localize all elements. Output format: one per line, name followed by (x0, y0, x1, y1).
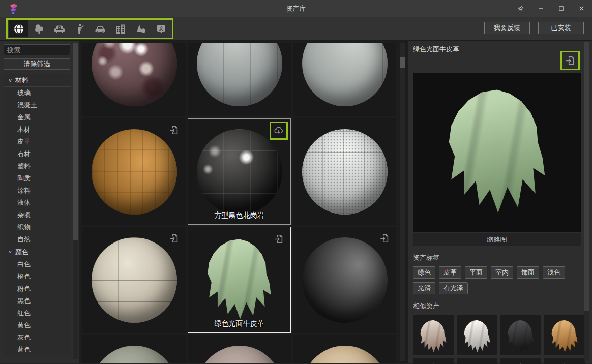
sidebar-item[interactable]: 陶质 (4, 172, 71, 185)
sidebar-item[interactable]: 织物 (4, 221, 71, 233)
sidebar-item[interactable]: 木材 (4, 124, 71, 136)
asset-tile[interactable] (82, 118, 186, 225)
sidebar-item[interactable]: 自然 (4, 233, 71, 246)
tab-shapes[interactable] (131, 20, 150, 37)
import-asset-button[interactable] (166, 231, 182, 246)
similar-asset-tile[interactable] (457, 315, 497, 355)
asset-tag[interactable]: 室内 (491, 266, 513, 279)
clear-filter-button[interactable]: 清除筛选 (4, 58, 70, 70)
material-sphere (302, 346, 388, 363)
grid-scrollbar-thumb[interactable] (400, 57, 405, 68)
material-drape (201, 238, 278, 322)
feedback-button[interactable]: 我要反馈 (484, 22, 530, 34)
installed-button[interactable]: 已安装 (538, 22, 584, 34)
sidebar-scrollbar[interactable] (73, 43, 78, 359)
asset-tile[interactable] (188, 335, 291, 363)
sidebar-item[interactable]: 灰色 (4, 331, 71, 344)
asset-tile[interactable] (82, 43, 186, 116)
similar-asset-tile[interactable] (413, 315, 454, 355)
asset-tag[interactable]: 浅色 (543, 266, 565, 279)
similar-asset-tile[interactable] (544, 358, 585, 364)
tab-characters[interactable] (70, 20, 89, 37)
detail-scrollbar-thumb[interactable] (584, 42, 589, 311)
asset-tile[interactable]: 绿色光面牛皮革 (188, 227, 291, 333)
sidebar-item[interactable]: 红色 (4, 307, 71, 319)
asset-tile[interactable] (188, 43, 291, 116)
tab-vegetation[interactable] (29, 20, 48, 37)
similar-asset-tile[interactable] (413, 358, 454, 364)
asset-tile[interactable] (293, 227, 396, 333)
asset-tag[interactable]: 饰面 (517, 266, 539, 279)
import-asset-button[interactable] (166, 123, 182, 138)
tab-decals[interactable] (152, 20, 170, 37)
thumbnail-tab[interactable]: 缩略图 (413, 233, 581, 246)
sidebar-item[interactable]: 粉色 (4, 283, 71, 295)
asset-tag[interactable]: 绿色 (413, 266, 435, 279)
sidebar-item[interactable]: 塑料 (4, 160, 71, 172)
similar-asset-tile[interactable] (500, 315, 541, 355)
pin-button[interactable] (515, 3, 526, 14)
detail-title: 绿色光面牛皮革 (413, 45, 581, 54)
sidebar-item[interactable]: 涂料 (4, 185, 71, 197)
sidebar-item[interactable]: 金属 (4, 111, 71, 124)
similar-asset-tile[interactable] (500, 358, 541, 364)
material-drape (505, 320, 537, 353)
import-asset-button[interactable] (271, 231, 286, 247)
asset-tags: 绿色皮革平面室内饰面浅色光滑有光泽 (413, 266, 581, 294)
maximize-button[interactable] (555, 3, 567, 14)
search-input[interactable] (4, 44, 70, 55)
minimize-button[interactable] (535, 3, 546, 14)
tab-materials[interactable] (9, 20, 28, 37)
section-header[interactable]: ∨颜色 (4, 246, 71, 258)
sidebar-item[interactable]: 白色 (4, 258, 71, 270)
sidebar-item[interactable]: 液体 (4, 197, 71, 209)
sidebar-item[interactable]: 混凝土 (4, 99, 71, 111)
detail-scrollbar[interactable] (584, 42, 589, 361)
grid-scrollbar[interactable] (400, 43, 405, 361)
sidebar-item[interactable]: 橙色 (4, 270, 71, 283)
import-icon (273, 233, 284, 245)
asset-tag[interactable]: 光滑 (413, 282, 435, 294)
title-bar[interactable]: 资产库 (0, 0, 592, 17)
toolbar-actions: 我要反馈 已安装 (484, 22, 584, 34)
section-header-label: 材料 (15, 76, 28, 85)
specular-highlight (197, 129, 282, 215)
asset-tile-label: 绿色光面牛皮革 (188, 319, 290, 328)
tab-vehicles[interactable] (91, 20, 109, 37)
maximize-icon (557, 5, 565, 12)
cone-sphere-icon (135, 23, 147, 35)
tab-buildings[interactable] (111, 20, 130, 37)
sidebar-item[interactable]: 玻璃 (4, 87, 71, 99)
similar-asset-tile[interactable] (544, 315, 585, 355)
sidebar-item[interactable]: 石材 (4, 148, 71, 160)
asset-tile[interactable] (82, 227, 186, 333)
import-asset-button[interactable] (560, 51, 580, 70)
window-controls (515, 0, 587, 17)
import-asset-button[interactable] (377, 231, 392, 246)
similar-header: 相似资产 (413, 301, 581, 311)
sidebar-item[interactable]: 黄色 (4, 319, 71, 331)
material-sphere-icon (13, 23, 25, 35)
asset-tile[interactable] (293, 335, 396, 363)
sidebar-item[interactable]: 黑色 (4, 295, 71, 307)
tab-furniture[interactable] (50, 20, 69, 37)
section-header[interactable]: ∨材料 (4, 74, 71, 87)
download-asset-button[interactable] (270, 122, 288, 140)
sidebar-item[interactable]: 皮革 (4, 136, 71, 148)
asset-tile[interactable] (293, 43, 396, 116)
similar-asset-tile[interactable] (457, 358, 497, 364)
close-button[interactable] (576, 3, 587, 14)
asset-tag[interactable]: 皮革 (439, 266, 461, 279)
asset-tile[interactable] (293, 118, 396, 225)
tree-icon (33, 23, 45, 35)
material-sphere (197, 129, 282, 215)
sidebar-item[interactable]: 蓝色 (4, 344, 71, 356)
sidebar-item[interactable]: 杂项 (4, 209, 71, 221)
sidebar-scrollbar-thumb[interactable] (73, 43, 78, 240)
import-icon (168, 233, 180, 244)
asset-tile[interactable] (82, 335, 186, 363)
asset-tag[interactable]: 有光泽 (439, 282, 468, 294)
asset-tag[interactable]: 平面 (465, 266, 487, 279)
asset-tile[interactable]: 方型黑色花岗岩 (188, 118, 291, 225)
import-icon (379, 233, 390, 244)
